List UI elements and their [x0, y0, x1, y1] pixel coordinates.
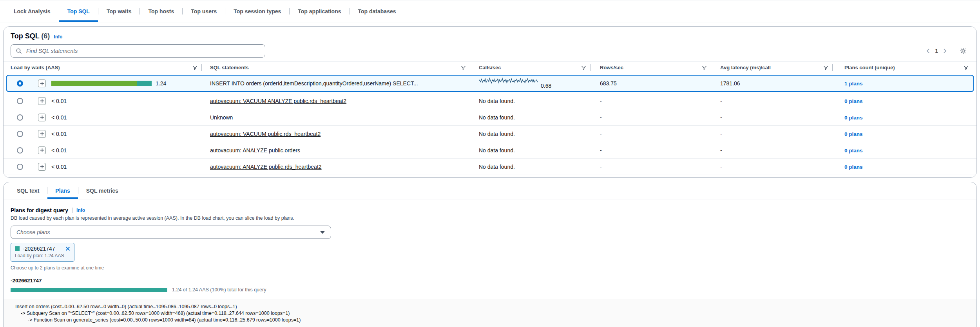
tab-top-waits[interactable]: Top waits [98, 0, 140, 22]
load-value: < 0.01 [51, 98, 67, 104]
select-placeholder: Choose plans [16, 229, 50, 235]
page-number: 1 [935, 48, 938, 54]
sql-search-box[interactable] [11, 44, 265, 58]
expand-row-button[interactable] [38, 114, 46, 121]
plans-count-link[interactable]: 0 plans [844, 131, 863, 137]
tab-top-hosts[interactable]: Top hosts [140, 0, 182, 22]
row-radio-selected[interactable] [17, 80, 23, 87]
filter-icon[interactable] [823, 65, 828, 70]
filter-icon[interactable] [581, 65, 586, 70]
avg-latency-cell: 1781.06 [711, 80, 833, 87]
plan-load-progress-fill [11, 288, 167, 292]
expand-row-button[interactable] [38, 79, 46, 87]
plans-info-link[interactable]: Info [76, 208, 85, 213]
tab-top-users[interactable]: Top users [183, 0, 225, 22]
column-header: Plans count (unique) [844, 65, 895, 70]
sql-statement-link[interactable]: autovacuum: ANALYZE public.orders [210, 147, 300, 154]
table-row[interactable]: < 0.01 autovacuum: ANALYZE public.rds_he… [4, 159, 976, 175]
sql-statement-link[interactable]: autovacuum: VACUUM public.rds_heartbeat2 [210, 131, 321, 137]
caret-down-icon [320, 231, 325, 234]
next-page-button[interactable] [940, 47, 949, 54]
filter-icon[interactable] [964, 65, 969, 70]
sql-detail-panel: SQL text Plans SQL metrics Plans for dig… [3, 182, 977, 327]
plan-line: -> Function Scan on generate_series (cos… [15, 317, 969, 323]
tab-sql-text[interactable]: SQL text [9, 182, 47, 199]
avg-latency-cell: - [711, 164, 833, 170]
sql-statement-link[interactable]: Unknown [210, 114, 233, 121]
settings-gear-button[interactable] [957, 47, 969, 55]
tab-top-sql[interactable]: Top SQL [59, 0, 98, 22]
plan-token-sublabel: Load by plan: 1.24 AAS [15, 253, 70, 258]
choose-plans-select[interactable]: Choose plans [11, 226, 331, 239]
tab-lock-analysis[interactable]: Lock Analysis [5, 0, 59, 22]
calls-value: No data found. [479, 147, 515, 154]
rows-per-sec-cell: - [591, 147, 711, 154]
rows-per-sec-cell: - [591, 98, 711, 104]
load-bar-segment [137, 81, 152, 86]
plus-icon [40, 81, 44, 86]
column-header: SQL statements [210, 65, 249, 70]
table-row[interactable]: < 0.01 autovacuum: VACUUM public.rds_hea… [4, 126, 976, 142]
avg-latency-cell: - [711, 98, 833, 104]
plus-icon [40, 132, 44, 136]
table-body: 1.24 INSERT INTO orders (orderId,itemDes… [4, 75, 976, 177]
table-row[interactable]: 1.24 INSERT INTO orders (orderId,itemDes… [6, 75, 974, 92]
sql-statement-link[interactable]: autovacuum: VACUUM ANALYZE public.rds_he… [210, 98, 346, 104]
sql-statement-link[interactable]: INSERT INTO orders (orderId,itemDescript… [210, 80, 418, 87]
rows-per-sec-cell: - [591, 164, 711, 170]
expand-row-button[interactable] [38, 97, 46, 105]
plan-load-progress [11, 288, 167, 292]
plan-line: -> Subquery Scan on "*SELECT*" (cost=0.0… [15, 310, 969, 317]
tab-plans[interactable]: Plans [47, 182, 78, 199]
tab-top-session-types[interactable]: Top session types [225, 0, 289, 22]
row-radio[interactable] [17, 164, 23, 170]
load-value: < 0.01 [51, 131, 67, 137]
plans-count-link[interactable]: 0 plans [844, 115, 863, 121]
search-input[interactable] [25, 47, 260, 54]
plan-load-progress-label: 1.24 of 1.24 AAS (100%) total for this q… [172, 287, 266, 293]
expand-row-button[interactable] [38, 130, 46, 138]
plans-description: DB load caused by each plan is represent… [11, 215, 969, 221]
avg-latency-cell: - [711, 147, 833, 154]
chevron-left-icon [926, 48, 931, 54]
result-count: (6) [41, 32, 50, 40]
chevron-right-icon [942, 48, 947, 54]
table-row[interactable]: < 0.01 autovacuum: ANALYZE public.orders… [4, 142, 976, 159]
plans-count-link[interactable]: 0 plans [844, 148, 863, 154]
plans-hint: Choose up to 2 plans to examine at one t… [11, 265, 969, 271]
plans-section-title: Plans for digest query [11, 207, 68, 213]
row-radio[interactable] [17, 98, 23, 104]
divider [72, 208, 72, 213]
plans-count-link[interactable]: 0 plans [844, 98, 863, 104]
plus-icon [40, 99, 44, 103]
tab-top-applications[interactable]: Top applications [290, 0, 349, 22]
filter-icon[interactable] [702, 65, 707, 70]
row-radio[interactable] [17, 147, 23, 154]
table-row[interactable]: < 0.01 autovacuum: VACUUM ANALYZE public… [4, 93, 976, 109]
dismiss-plan-button[interactable] [65, 246, 70, 251]
expand-row-button[interactable] [38, 163, 46, 171]
calls-value: No data found. [479, 164, 515, 170]
tab-sql-metrics[interactable]: SQL metrics [78, 182, 126, 199]
filter-icon[interactable] [192, 65, 197, 70]
expand-row-button[interactable] [38, 146, 46, 154]
plan-explain-output: Insert on orders (cost=0.00..62.50 rows=… [4, 299, 976, 327]
sql-statement-link[interactable]: autovacuum: ANALYZE public.rds_heartbeat… [210, 164, 322, 170]
row-radio[interactable] [17, 131, 23, 137]
plan-token-label: -2026621747 [23, 246, 55, 252]
filter-icon[interactable] [461, 65, 466, 70]
table-header: Load by waits (AAS) SQL statements Calls… [4, 61, 976, 73]
tab-top-databases[interactable]: Top databases [350, 0, 404, 22]
plans-count-link[interactable]: 0 plans [844, 164, 863, 170]
gear-icon [959, 47, 967, 55]
top-sql-info-link[interactable]: Info [54, 34, 62, 40]
plans-tab-content: Plans for digest query Info DB load caus… [4, 199, 976, 327]
calls-value: No data found. [479, 98, 515, 104]
plus-icon [40, 115, 44, 119]
plans-count-link[interactable]: 1 plans [844, 81, 863, 87]
table-row[interactable]: < 0.01 Unknown No data found. - - 0 plan… [4, 109, 976, 126]
detail-tab-bar: SQL text Plans SQL metrics [4, 182, 976, 199]
prev-page-button[interactable] [924, 47, 933, 54]
row-radio[interactable] [17, 114, 23, 121]
close-icon [65, 246, 70, 251]
